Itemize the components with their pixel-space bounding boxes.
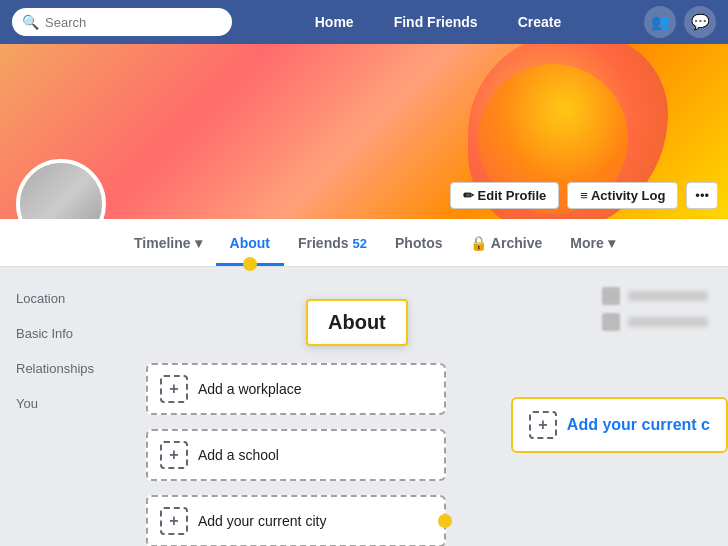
avatar-image <box>20 163 102 219</box>
add-school-icon: + <box>160 441 188 469</box>
blurred-row-1 <box>602 287 708 305</box>
tab-friends[interactable]: Friends 52 <box>284 223 381 266</box>
add-workplace-item[interactable]: + Add a workplace <box>146 363 446 415</box>
left-sidebar: Location Basic Info Relationships You <box>0 267 130 546</box>
profile-tab-bar: Timeline ▾ About Friends 52 Photos 🔒 Arc… <box>0 219 728 267</box>
blurred-icon-1 <box>602 287 620 305</box>
nav-links: Home Find Friends Create <box>307 10 570 34</box>
tab-photos[interactable]: Photos <box>381 223 456 266</box>
sidebar-item-location[interactable]: Location <box>12 283 118 314</box>
profile-actions: ✏ Edit Profile ≡ Activity Log ••• <box>450 182 718 209</box>
add-school-label: Add a school <box>198 447 279 463</box>
main-content: Location Basic Info Relationships You Ab… <box>0 267 728 546</box>
floating-add-icon: + <box>529 411 557 439</box>
floating-add-city[interactable]: + Add your current c <box>511 397 728 453</box>
floating-add-label: Add your current c <box>567 416 710 434</box>
more-options-button[interactable]: ••• <box>686 182 718 209</box>
add-city-label: Add your current city <box>198 513 326 529</box>
nav-create[interactable]: Create <box>510 10 570 34</box>
search-input[interactable] <box>45 15 222 30</box>
blurred-row-2 <box>602 313 708 331</box>
edit-profile-button[interactable]: ✏ Edit Profile <box>450 182 559 209</box>
sidebar-item-relationships[interactable]: Relationships <box>12 353 118 384</box>
nav-icon-group: 👥 💬 <box>644 6 716 38</box>
blurred-icon-2 <box>602 313 620 331</box>
add-city-icon: + <box>160 507 188 535</box>
content-area: About + Add a workplace + Add a school +… <box>130 267 728 546</box>
cover-photo-area: ✏ Edit Profile ≡ Activity Log ••• <box>0 44 728 219</box>
tab-more[interactable]: More ▾ <box>556 223 628 266</box>
add-school-item[interactable]: + Add a school <box>146 429 446 481</box>
search-icon: 🔍 <box>22 14 39 30</box>
blurred-text-1 <box>628 291 708 301</box>
tab-timeline[interactable]: Timeline ▾ <box>120 223 216 266</box>
right-blurred-info <box>602 287 708 331</box>
sidebar-item-you[interactable]: You <box>12 388 118 419</box>
add-workplace-label: Add a workplace <box>198 381 302 397</box>
top-navigation: 🔍 Home Find Friends Create 👥 💬 <box>0 0 728 44</box>
tab-archive[interactable]: 🔒 Archive <box>456 223 556 266</box>
about-tooltip: About <box>306 299 408 346</box>
nav-home[interactable]: Home <box>307 10 362 34</box>
activity-log-button[interactable]: ≡ Activity Log <box>567 182 678 209</box>
tab-about[interactable]: About <box>216 223 284 266</box>
avatar <box>16 159 106 219</box>
blurred-text-2 <box>628 317 708 327</box>
sidebar-item-basic-info[interactable]: Basic Info <box>12 318 118 349</box>
people-icon[interactable]: 👥 <box>644 6 676 38</box>
add-city-item[interactable]: + Add your current city <box>146 495 446 546</box>
add-workplace-icon: + <box>160 375 188 403</box>
messenger-icon[interactable]: 💬 <box>684 6 716 38</box>
nav-find-friends[interactable]: Find Friends <box>386 10 486 34</box>
search-bar[interactable]: 🔍 <box>12 8 232 36</box>
